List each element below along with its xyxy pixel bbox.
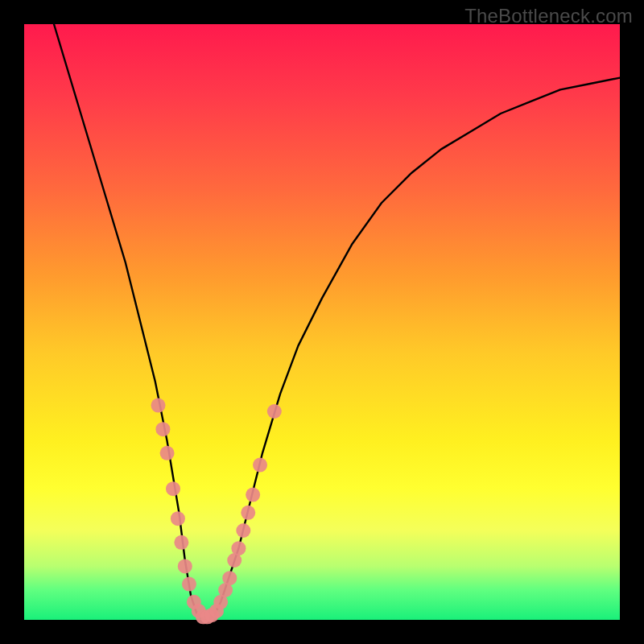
data-marker <box>160 446 175 460</box>
data-marker <box>178 559 192 573</box>
data-marker <box>222 571 237 585</box>
data-marker <box>171 511 185 526</box>
data-marker <box>246 488 260 502</box>
data-marker <box>253 458 267 473</box>
bottleneck-curve <box>54 24 620 620</box>
chart-frame: TheBottleneck.com <box>0 0 644 644</box>
data-markers <box>151 398 282 625</box>
data-marker <box>151 398 166 413</box>
data-marker <box>182 577 196 592</box>
data-marker <box>155 422 170 436</box>
data-marker <box>236 523 250 538</box>
data-marker <box>231 541 246 555</box>
data-marker <box>267 404 282 419</box>
plot-area <box>24 24 620 620</box>
bottleneck-curve-svg <box>24 24 620 620</box>
data-marker <box>166 481 180 496</box>
data-marker <box>174 535 188 550</box>
data-marker <box>241 506 255 520</box>
